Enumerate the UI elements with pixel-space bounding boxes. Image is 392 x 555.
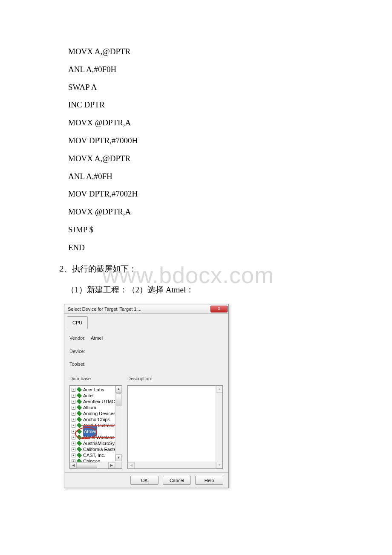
chip-icon — [77, 435, 82, 440]
tree-item[interactable]: +Acer Labs — [70, 387, 118, 393]
tab-cpu[interactable]: CPU — [67, 316, 88, 329]
chip-icon — [77, 387, 82, 392]
toolset-label: Toolset: — [69, 359, 91, 369]
document-body: MOVX A,@DPTR ANL A,#0F0H SWAP A INC DPTR… — [0, 0, 392, 505]
desc-horizontal-scrollbar[interactable]: ◀ ▶ — [128, 462, 216, 468]
scroll-thumb[interactable] — [116, 393, 121, 406]
tab-strip: CPU — [64, 314, 228, 329]
description-col: Description: ▲ ▼ ◀ ▶ — [127, 373, 223, 469]
close-icon: X — [218, 304, 221, 314]
scroll-track[interactable] — [77, 462, 108, 468]
chip-icon — [77, 417, 82, 422]
code-line: MOV DPTR,#7002H — [68, 185, 332, 203]
expand-icon[interactable]: + — [72, 412, 75, 416]
titlebar: Select Device for Target 'Target 1'... X — [64, 304, 228, 314]
chip-icon — [77, 399, 82, 404]
chip-icon — [77, 405, 82, 410]
expand-icon[interactable]: + — [72, 448, 75, 451]
code-line: SWAP A — [68, 78, 332, 96]
expand-icon[interactable]: + — [72, 436, 75, 439]
code-line: ANL A,#0F0H — [68, 61, 332, 78]
description-label: Description: — [127, 373, 223, 384]
code-line: SJMP $ — [68, 221, 332, 239]
expand-icon[interactable]: + — [72, 454, 75, 457]
scroll-up-icon[interactable]: ▲ — [115, 386, 122, 393]
code-line: MOV DPTR,#7000H — [68, 132, 332, 150]
vendor-label: Vendor: — [69, 333, 91, 343]
chip-icon — [77, 447, 82, 452]
database-col: Data base +Acer Labs+Actel+Aeroflex UTMC… — [69, 373, 122, 469]
horizontal-scrollbar[interactable]: ◀ ▶ — [70, 462, 115, 468]
scroll-right-icon[interactable]: ▶ — [108, 462, 115, 468]
expand-icon[interactable]: + — [72, 388, 75, 392]
vertical-scrollbar[interactable]: ▲ ▼ — [115, 386, 122, 461]
code-line: MOVX A,@DPTR — [68, 150, 332, 168]
code-line: END — [68, 239, 332, 257]
select-device-dialog: Select Device for Target 'Target 1'... X… — [64, 304, 229, 488]
sub-steps: （1）新建工程：（2）选择 Atmel： — [66, 281, 332, 299]
chip-icon — [77, 393, 82, 398]
expand-icon[interactable]: + — [72, 442, 75, 445]
help-button[interactable]: Help — [195, 476, 223, 485]
description-box: ▲ ▼ ◀ ▶ — [127, 385, 223, 469]
expand-icon[interactable]: + — [72, 430, 75, 434]
dialog-title: Select Device for Target 'Target 1'... — [68, 304, 141, 314]
expand-icon[interactable]: + — [72, 400, 75, 404]
chip-icon — [77, 453, 82, 458]
expand-icon[interactable]: + — [72, 406, 75, 410]
database-listbox[interactable]: +Acer Labs+Actel+Aeroflex UTMC+Altium+An… — [69, 385, 122, 469]
cancel-button[interactable]: Cancel — [163, 476, 191, 485]
dialog-button-row: OK Cancel Help — [64, 472, 228, 488]
scroll-corner — [115, 462, 122, 468]
code-line: MOVX @DPTR,A — [68, 203, 332, 221]
dialog-body: Vendor: Atmel Device: Toolset: Data base… — [64, 329, 228, 472]
toolset-row: Toolset: — [69, 359, 223, 369]
code-line: MOVX A,@DPTR — [68, 43, 332, 61]
chip-icon — [77, 423, 82, 428]
code-line: MOVX @DPTR,A — [68, 114, 332, 132]
vendor-value: Atmel — [91, 333, 103, 343]
scroll-left-icon[interactable]: ◀ — [128, 462, 135, 469]
code-line: INC DPTR — [68, 96, 332, 114]
chip-icon — [77, 429, 82, 434]
scroll-left-icon[interactable]: ◀ — [70, 462, 77, 468]
chip-icon — [77, 411, 82, 416]
section-title: 2、执行的截屏如下： — [60, 260, 332, 278]
close-button[interactable]: X — [210, 306, 228, 312]
device-label: Device: — [69, 346, 91, 356]
dialog-wrapper: Select Device for Target 'Target 1'... X… — [64, 304, 229, 488]
desc-vertical-scrollbar[interactable]: ▲ ▼ — [216, 386, 222, 468]
scroll-down-icon[interactable]: ▼ — [115, 454, 122, 461]
vendor-row: Vendor: Atmel — [69, 333, 223, 343]
device-row: Device: — [69, 346, 223, 356]
expand-icon[interactable]: + — [72, 418, 75, 422]
ok-button[interactable]: OK — [130, 476, 159, 485]
database-label: Data base — [69, 373, 122, 384]
expand-icon[interactable]: + — [72, 424, 75, 428]
scroll-down-icon[interactable]: ▼ — [216, 462, 223, 468]
code-line: ANL A,#0FH — [68, 168, 332, 185]
expand-icon[interactable]: + — [72, 394, 75, 398]
scroll-up-icon[interactable]: ▲ — [216, 386, 223, 393]
tree-item[interactable]: +Atmel Wireless & uC — [70, 434, 118, 440]
chip-icon — [77, 441, 82, 446]
scroll-thumb-h[interactable] — [77, 462, 97, 468]
lists-row: Data base +Acer Labs+Actel+Aeroflex UTMC… — [69, 373, 223, 469]
